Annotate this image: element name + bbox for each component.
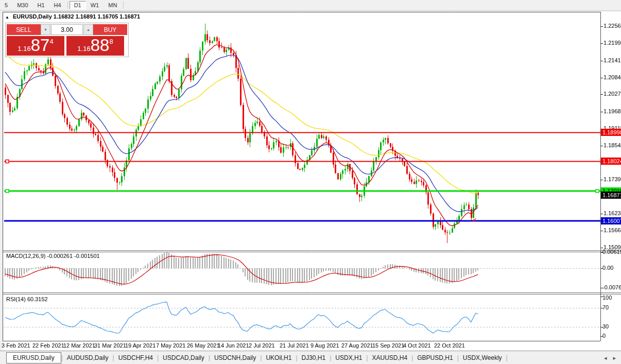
buy-button[interactable]: BUY bbox=[93, 24, 127, 35]
date-axis-label: 31 Mar 2021 bbox=[94, 342, 126, 349]
timeframe-button-5[interactable]: 5 bbox=[0, 1, 12, 9]
sell-price-big-digits: 87 bbox=[31, 36, 50, 55]
price-scale-label: 1.22565 bbox=[603, 23, 621, 29]
macd-indicator-label: MACD(12,26,9) -0.000261 -0.001501 bbox=[6, 253, 100, 259]
tab-ukoil-h1[interactable]: UKOil,H1 bbox=[262, 353, 296, 363]
toolbar-separator bbox=[67, 2, 68, 9]
volume-input[interactable] bbox=[51, 24, 83, 35]
date-axis-label: 22 Oct 2021 bbox=[434, 342, 465, 349]
tab-usdx-weekly[interactable]: USDX,Weekly bbox=[459, 353, 506, 363]
tab-scroll-left-icon[interactable]: ◂ bbox=[604, 355, 607, 361]
price-line-badge: 1.18998 bbox=[601, 129, 621, 136]
price-scale-label: 1.20270 bbox=[603, 91, 621, 97]
one-click-trade-widget: SELL ▼ ▲ BUY 1.16 87 4 1.16 88 8 bbox=[5, 23, 129, 57]
timeframe-toolbar: 5M30H1H4D1W1MN bbox=[0, 0, 621, 11]
date-axis-label: 12 Mar 2021 bbox=[63, 342, 95, 349]
price-scale-label: 1.20840 bbox=[603, 74, 621, 80]
trade-quotes-row: 1.16 87 4 1.16 88 8 bbox=[7, 36, 127, 56]
rsi-scale-label: 100 bbox=[602, 294, 621, 301]
volume-decrease-button[interactable]: ▼ bbox=[41, 24, 50, 35]
buy-price-pip-digit: 8 bbox=[109, 38, 113, 45]
tab-usdx-h1[interactable]: USDX,H1 bbox=[331, 353, 366, 363]
price-line-badge: 1.16871 bbox=[601, 192, 621, 199]
timeframe-button-m30[interactable]: M30 bbox=[12, 1, 32, 9]
chart-tabs: EURUSD,Daily|AUDUSD,Daily|USDCHF,H4|USDC… bbox=[0, 352, 508, 363]
tab-eurusd-daily[interactable]: EURUSD,Daily bbox=[6, 352, 61, 363]
timeframe-button-h4[interactable]: H4 bbox=[49, 1, 66, 9]
buy-quote-panel[interactable]: 1.16 88 8 bbox=[66, 36, 124, 56]
date-axis-label: 27 Aug 2021 bbox=[341, 342, 373, 349]
rsi-scale-label: 30 bbox=[602, 323, 621, 330]
sell-quote-panel[interactable]: 1.16 87 4 bbox=[7, 36, 64, 56]
sell-price-prefix: 1.16 bbox=[18, 45, 30, 53]
buy-price-big-digits: 88 bbox=[91, 36, 110, 55]
timeframe-button-mn[interactable]: MN bbox=[104, 1, 122, 9]
tab-audusd-daily[interactable]: AUDUSD,Daily bbox=[63, 353, 113, 363]
rsi-indicator-label: RSI(14) 60.3152 bbox=[6, 296, 48, 302]
timeframe-button-h1[interactable]: H1 bbox=[33, 1, 49, 9]
tab-dj30-h1[interactable]: DJ30,H1 bbox=[298, 353, 330, 363]
chart-symbol-label: EURUSD,Daily bbox=[13, 13, 52, 20]
trading-terminal: 5M30H1H4D1W1MN ▲ EURUSD,Daily 1.16832 1.… bbox=[0, 0, 621, 364]
tab-scroll-right-icon[interactable]: ▸ bbox=[613, 355, 616, 361]
price-scale-label: 1.21995 bbox=[603, 40, 621, 46]
price-scale-label: 1.15665 bbox=[603, 227, 621, 233]
macd-scale-label: 0.00 bbox=[602, 265, 621, 271]
tab-xauusd-h4[interactable]: XAUUSD,H4 bbox=[368, 353, 411, 363]
tab-gbpusd-h1[interactable]: GBPUSD,H1 bbox=[413, 353, 457, 363]
date-axis-label: 4 Oct 2021 bbox=[403, 342, 431, 349]
buy-price-prefix: 1.16 bbox=[77, 45, 90, 53]
chart-tabs-bar: EURUSD,Daily|AUDUSD,Daily|USDCHF,H4|USDC… bbox=[0, 351, 621, 364]
spinner-up-icon: ▲ bbox=[87, 28, 90, 31]
date-axis-label: 15 Sep 2021 bbox=[372, 342, 404, 349]
date-axis-label: 21 Jul 2021 bbox=[280, 342, 309, 349]
date-axis-label: 22 Feb 2021 bbox=[32, 342, 64, 349]
collapse-triangle-icon[interactable]: ▲ bbox=[5, 15, 9, 20]
date-axis-label: 19 Apr 2021 bbox=[125, 342, 156, 349]
date-axis-label: 2 Jul 2021 bbox=[249, 342, 275, 349]
timeframe-button-w1[interactable]: W1 bbox=[86, 1, 104, 9]
tab-scroll-arrows: ◂ ▸ bbox=[604, 355, 616, 361]
tab-usdcad-daily[interactable]: USDCAD,Daily bbox=[159, 353, 209, 363]
chart-title: ▲ EURUSD,Daily 1.16832 1.16891 1.16705 1… bbox=[5, 13, 140, 20]
tab-usdchf-h4[interactable]: USDCHF,H4 bbox=[114, 353, 157, 363]
spinner-down-icon: ▼ bbox=[44, 28, 47, 31]
timeframe-button-d1[interactable]: D1 bbox=[70, 1, 86, 9]
volume-increase-button[interactable]: ▲ bbox=[83, 24, 93, 35]
price-scale-label: 1.17390 bbox=[603, 176, 621, 182]
sell-price-pip-digit: 4 bbox=[49, 38, 53, 45]
date-axis-label: 7 May 2021 bbox=[156, 342, 185, 349]
price-scale-label: 1.18545 bbox=[603, 142, 621, 148]
rsi-scale-label: 70 bbox=[602, 304, 621, 310]
price-line-badge: 1.18024 bbox=[601, 158, 621, 165]
tab-usdcnh-daily[interactable]: USDCNH,Daily bbox=[210, 353, 260, 363]
sell-button[interactable]: SELL bbox=[7, 24, 41, 35]
chart-ohlc-quote: 1.16832 1.16891 1.16705 1.16871 bbox=[54, 13, 140, 20]
tab-separator: | bbox=[506, 354, 508, 361]
price-scale-label: 1.21410 bbox=[603, 57, 621, 63]
date-axis-label: 14 Jun 2021 bbox=[218, 342, 249, 349]
trade-controls-row: SELL ▼ ▲ BUY bbox=[7, 24, 127, 35]
date-axis-label: 26 May 2021 bbox=[187, 342, 220, 349]
macd-scale-label: 0.006193 bbox=[602, 249, 621, 255]
toolbar-separator bbox=[123, 2, 124, 9]
rsi-scale-label: 0 bbox=[602, 333, 621, 339]
price-scale-label: 1.19685 bbox=[603, 108, 621, 114]
date-axis-label: 9 Aug 2021 bbox=[310, 342, 339, 349]
date-axis-label: 3 Feb 2021 bbox=[2, 342, 30, 349]
price-scale-label: 1.16235 bbox=[603, 210, 621, 216]
macd-scale-label: -0.007626 bbox=[602, 284, 621, 290]
price-line-badge: 1.16007 bbox=[601, 217, 621, 224]
